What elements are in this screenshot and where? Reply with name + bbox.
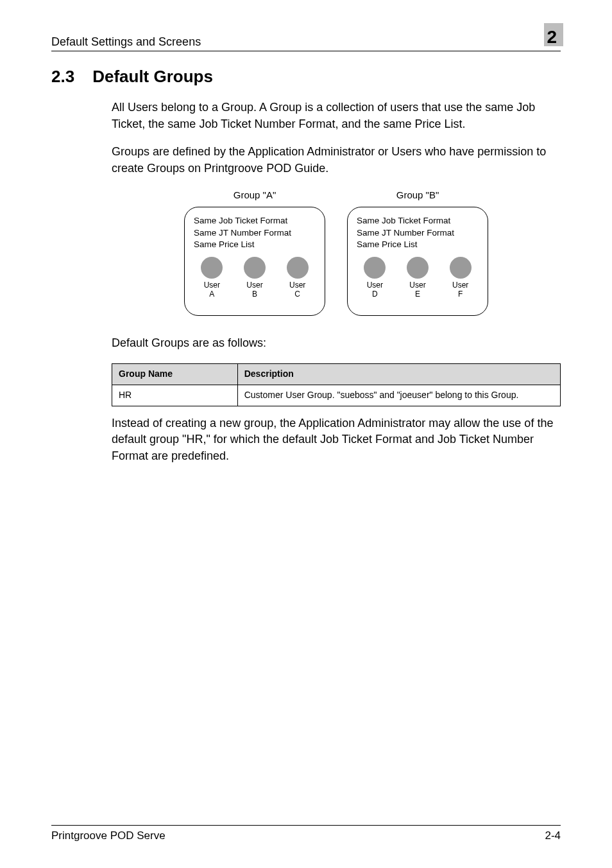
- paragraph-4: Instead of creating a new group, the App…: [112, 415, 561, 465]
- user-label: User: [452, 281, 468, 290]
- user-dot-icon: [450, 257, 472, 279]
- group-a-column: Group "A" Same Job Ticket Format Same JT…: [184, 188, 325, 316]
- paragraph-2: Groups are defined by the Application Ad…: [112, 144, 561, 177]
- group-b-users: User D User E User F: [357, 257, 479, 299]
- table-header-row: Group Name Description: [112, 364, 561, 385]
- user-dot-icon: [364, 257, 386, 279]
- diagram-row: Group "A" Same Job Ticket Format Same JT…: [112, 188, 561, 316]
- group-a-card: Same Job Ticket Format Same JT Number Fo…: [184, 207, 325, 316]
- user-dot-icon: [407, 257, 429, 279]
- user-label: User: [246, 281, 262, 290]
- group-a-line1: Same Job Ticket Format: [194, 215, 316, 227]
- footer-left: Printgroove POD Serve: [51, 829, 166, 842]
- section-heading: 2.3 Default Groups: [51, 67, 561, 87]
- paragraph-1: All Users belong to a Group. A Group is …: [112, 100, 561, 132]
- page-footer: Printgroove POD Serve 2-4: [51, 825, 561, 842]
- user-sub: A: [209, 290, 214, 299]
- user-sub: F: [458, 290, 463, 299]
- footer-right: 2-4: [545, 829, 561, 842]
- user-sub: B: [252, 290, 257, 299]
- user-cell: User B: [244, 257, 266, 299]
- default-groups-table: Group Name Description HR Customer User …: [112, 363, 561, 406]
- group-a-label: Group "A": [234, 188, 276, 202]
- page: Default Settings and Screens 2 2.3 Defau…: [0, 0, 612, 868]
- table-row: HR Customer User Group. "sueboss" and "j…: [112, 385, 561, 406]
- user-dot-icon: [201, 257, 223, 279]
- table-header-group-name: Group Name: [112, 364, 238, 385]
- user-sub: E: [415, 290, 420, 299]
- group-a-line3: Same Price List: [194, 239, 316, 250]
- user-cell: User C: [287, 257, 309, 299]
- user-dot-icon: [287, 257, 309, 279]
- group-b-label: Group "B": [396, 188, 439, 202]
- group-b-column: Group "B" Same Job Ticket Format Same JT…: [347, 188, 488, 316]
- table-header-description: Description: [237, 364, 560, 385]
- table-cell-group-name: HR: [112, 385, 238, 406]
- group-b-lines: Same Job Ticket Format Same JT Number Fo…: [357, 215, 479, 250]
- header-right: 2: [541, 26, 561, 49]
- body-content: All Users belong to a Group. A Group is …: [112, 100, 561, 464]
- user-label: User: [289, 281, 305, 290]
- user-sub: D: [372, 290, 378, 299]
- user-cell: User A: [201, 257, 223, 299]
- chapter-number: 2: [547, 27, 557, 48]
- page-header: Default Settings and Screens 2: [51, 26, 561, 51]
- paragraph-3: Default Groups are as follows:: [112, 335, 561, 352]
- group-a-lines: Same Job Ticket Format Same JT Number Fo…: [194, 215, 316, 250]
- user-sub: C: [294, 290, 300, 299]
- section-number: 2.3: [51, 67, 74, 87]
- user-label: User: [367, 281, 383, 290]
- user-cell: User D: [364, 257, 386, 299]
- user-dot-icon: [244, 257, 266, 279]
- group-b-line1: Same Job Ticket Format: [357, 215, 479, 227]
- group-a-line2: Same JT Number Format: [194, 227, 316, 239]
- user-label: User: [204, 281, 220, 290]
- user-cell: User E: [407, 257, 429, 299]
- user-label: User: [409, 281, 425, 290]
- chapter-box: 2: [541, 26, 561, 49]
- section-title: Default Groups: [92, 67, 213, 87]
- header-left-text: Default Settings and Screens: [51, 35, 201, 49]
- group-b-line2: Same JT Number Format: [357, 227, 479, 239]
- group-b-line3: Same Price List: [357, 239, 479, 250]
- user-cell: User F: [450, 257, 472, 299]
- group-b-card: Same Job Ticket Format Same JT Number Fo…: [347, 207, 488, 316]
- group-a-users: User A User B User C: [194, 257, 316, 299]
- table-cell-description: Customer User Group. "sueboss" and "joeu…: [237, 385, 560, 406]
